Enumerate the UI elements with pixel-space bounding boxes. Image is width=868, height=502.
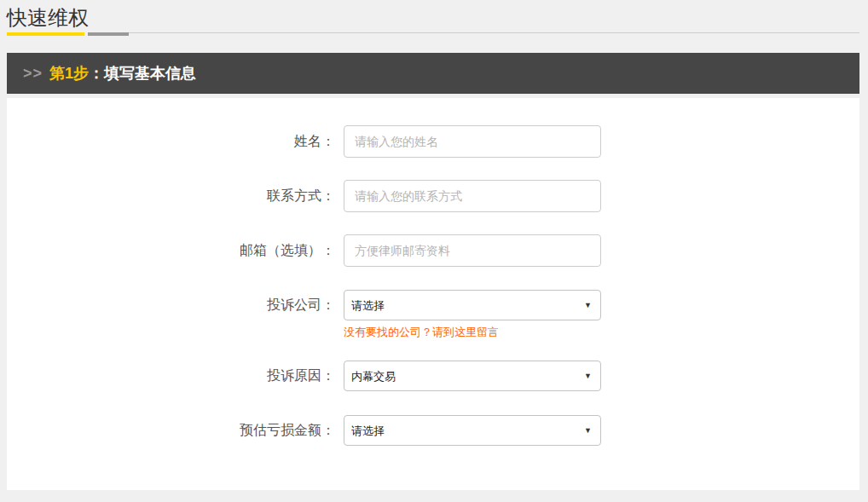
name-label: 姓名： bbox=[7, 125, 344, 158]
name-input[interactable] bbox=[344, 125, 601, 158]
email-label: 邮箱（选填）： bbox=[7, 234, 344, 267]
company-control-column: 请选择 ▼ 没有要找的公司？请到这里留言 bbox=[344, 289, 601, 340]
form-row-contact: 联系方式： bbox=[7, 180, 859, 212]
title-underline-yellow bbox=[7, 32, 84, 36]
step-title: ：填写基本信息 bbox=[89, 63, 196, 84]
email-input[interactable] bbox=[344, 234, 601, 267]
form-row-company: 投诉公司： 请选择 ▼ 没有要找的公司？请到这里留言 bbox=[7, 289, 859, 340]
title-underline bbox=[7, 32, 859, 36]
chevrons-icon: >> bbox=[23, 65, 43, 83]
company-label: 投诉公司： bbox=[7, 289, 344, 321]
company-select-wrap: 请选择 ▼ bbox=[344, 290, 601, 320]
page-container: 快速维权 >> 第1步 ：填写基本信息 姓名： 联系方式： 邮箱（选填）： 投诉… bbox=[7, 0, 859, 490]
reason-select[interactable]: 内幕交易 bbox=[344, 361, 601, 391]
contact-input[interactable] bbox=[344, 180, 601, 212]
loss-amount-label: 预估亏损金额： bbox=[7, 414, 344, 447]
reason-label: 投诉原因： bbox=[7, 360, 344, 392]
step-number-label: 第1步 bbox=[49, 63, 89, 84]
contact-label: 联系方式： bbox=[7, 180, 344, 212]
reason-select-wrap: 内幕交易 ▼ bbox=[344, 361, 601, 391]
form-panel: 姓名： 联系方式： 邮箱（选填）： 投诉公司： 请选择 ▼ 没有要找的公司？请到… bbox=[7, 98, 859, 490]
form-row-name: 姓名： bbox=[7, 125, 859, 158]
company-select[interactable]: 请选择 bbox=[344, 290, 601, 320]
form-row-reason: 投诉原因： 内幕交易 ▼ bbox=[7, 360, 859, 392]
page-title: 快速维权 bbox=[7, 0, 859, 31]
loss-amount-select[interactable]: 请选择 bbox=[344, 415, 601, 446]
title-underline-line bbox=[129, 32, 859, 33]
step-header-bar: >> 第1步 ：填写基本信息 bbox=[7, 53, 859, 94]
form-row-email: 邮箱（选填）： bbox=[7, 234, 859, 267]
form-row-loss-amount: 预估亏损金额： 请选择 ▼ bbox=[7, 414, 859, 447]
company-not-found-link[interactable]: 没有要找的公司？请到这里留言 bbox=[344, 325, 601, 340]
loss-amount-select-wrap: 请选择 ▼ bbox=[344, 415, 601, 446]
title-underline-gray bbox=[88, 32, 129, 36]
